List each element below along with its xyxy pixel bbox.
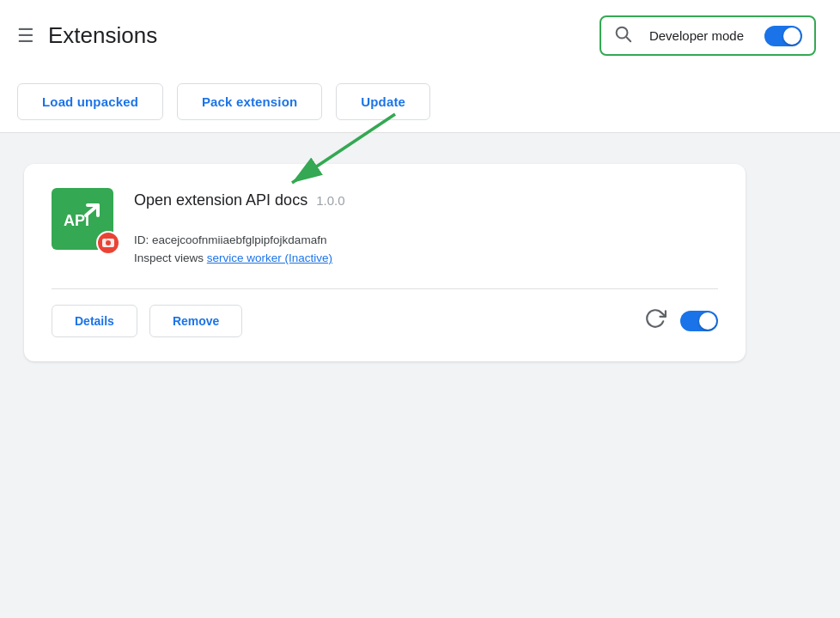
extensions-page: ☰ Extensions Developer mode Load unpacke…: [0, 0, 840, 618]
card-actions: Details Remove: [52, 305, 242, 337]
main-content: API: [0, 133, 840, 618]
extension-name-row: Open extension API docs 1.0.0: [134, 191, 718, 209]
page-title: Extensions: [48, 22, 157, 49]
update-button[interactable]: Update: [336, 83, 430, 120]
pack-extension-button[interactable]: Pack extension: [177, 83, 322, 120]
search-icon[interactable]: [613, 24, 632, 47]
svg-point-8: [106, 240, 111, 245]
toolbar-section: Load unpacked Pack extension Update: [0, 71, 840, 133]
extension-toggle-track: [680, 311, 718, 331]
extension-card: API: [24, 164, 746, 361]
menu-icon[interactable]: ☰: [17, 27, 34, 45]
reload-icon[interactable]: [644, 307, 667, 335]
toolbar: Load unpacked Pack extension Update: [0, 71, 840, 133]
card-top: API: [52, 188, 718, 264]
extension-inspect: Inspect views service worker (Inactive): [134, 251, 718, 264]
header: ☰ Extensions Developer mode: [0, 0, 840, 71]
extension-id: ID: eacejcoofnmiiaebfglpipfojkdamafn: [134, 233, 718, 246]
card-bottom: Details Remove: [52, 288, 718, 337]
extension-toggle[interactable]: [680, 311, 718, 331]
svg-point-0: [617, 27, 628, 39]
toggle-thumb: [783, 27, 800, 45]
card-controls: [644, 307, 718, 335]
service-worker-link[interactable]: service worker (Inactive): [207, 251, 332, 264]
extension-version: 1.0.0: [316, 193, 344, 208]
extension-icon-wrapper: API: [52, 188, 113, 250]
developer-mode-label: Developer mode: [649, 28, 744, 43]
load-unpacked-button[interactable]: Load unpacked: [17, 83, 163, 120]
svg-line-1: [627, 38, 631, 42]
extension-icon-badge: [96, 231, 120, 255]
toggle-track: [764, 26, 802, 46]
extension-name: Open extension API docs: [134, 191, 307, 209]
extension-info: Open extension API docs 1.0.0 ID: eacejc…: [134, 188, 718, 264]
developer-mode-container: Developer mode: [600, 15, 816, 56]
extension-toggle-thumb: [699, 312, 716, 330]
developer-mode-toggle[interactable]: [764, 26, 802, 46]
details-button[interactable]: Details: [52, 305, 137, 337]
header-left: ☰ Extensions: [17, 22, 157, 49]
remove-button[interactable]: Remove: [149, 305, 242, 337]
svg-rect-10: [106, 239, 111, 240]
